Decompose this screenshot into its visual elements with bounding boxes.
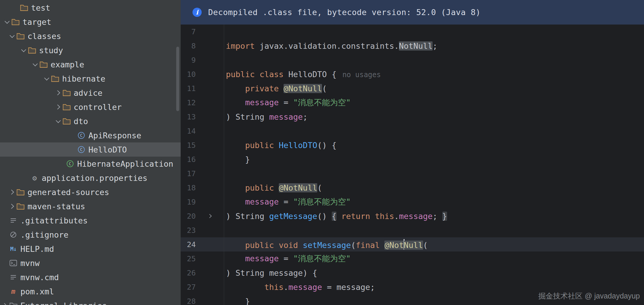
fold-marker[interactable] xyxy=(196,215,224,218)
code-line-13[interactable]: 13) String message; xyxy=(181,110,644,124)
chevron-down-icon[interactable] xyxy=(3,21,11,23)
code-line-17[interactable]: 17 xyxy=(181,166,644,181)
tree-item-study[interactable]: study xyxy=(0,43,181,57)
line-number: 16 xyxy=(181,155,196,164)
line-number: 7 xyxy=(181,27,196,36)
code-line-9[interactable]: 9 xyxy=(181,53,644,67)
folder-icon xyxy=(16,203,25,210)
tree-item-gitignore[interactable]: .gitignore xyxy=(0,228,181,242)
code-text: public @NotNull( xyxy=(224,183,322,192)
code-line-16[interactable]: 16 } xyxy=(181,152,644,166)
code-line-7[interactable]: 7 xyxy=(181,25,644,39)
chevron-down-icon[interactable] xyxy=(43,78,51,80)
code-line-15[interactable]: 15 public HelloDTO() { xyxy=(181,138,644,152)
folder-icon xyxy=(62,104,71,111)
tree-item-generated-sources[interactable]: generated-sources xyxy=(0,185,181,199)
code-area: 78import javax.validation.constraints.No… xyxy=(181,25,644,305)
code-line-19[interactable]: 19 message = "消息不能为空" xyxy=(181,195,644,209)
tree-item-label: example xyxy=(51,60,84,69)
line-number: 23 xyxy=(181,226,196,235)
tree-item-advice[interactable]: advice xyxy=(0,86,181,100)
tree-item-test[interactable]: test xyxy=(0,1,181,15)
gutter[interactable]: 20 xyxy=(181,209,224,223)
chevron-right-icon[interactable] xyxy=(8,190,16,194)
chevron-down-icon[interactable] xyxy=(8,35,16,37)
gutter[interactable]: 24 xyxy=(181,237,224,252)
tree-item-label: HelloDTO xyxy=(88,145,127,154)
fold-chevron-icon[interactable] xyxy=(208,215,213,218)
tree-item-mvnw[interactable]: mvnw xyxy=(0,256,181,270)
line-number: 13 xyxy=(181,113,196,121)
gutter[interactable]: 13 xyxy=(181,110,224,124)
class-icon: C xyxy=(77,131,86,139)
tree-item-label: mvnw.cmd xyxy=(20,273,59,282)
tree-item-maven-status[interactable]: maven-status xyxy=(0,199,181,213)
gutter[interactable]: 7 xyxy=(181,25,224,39)
code-line-14[interactable]: 14 xyxy=(181,124,644,138)
svg-text:C: C xyxy=(80,133,82,138)
tree-item-label: test xyxy=(31,3,50,12)
tree-item-dto[interactable]: dto xyxy=(0,114,181,128)
code-line-24[interactable]: 24 public void setMessage(final @NotNull… xyxy=(181,237,644,252)
tree-item-help-md[interactable]: M↓HELP.md xyxy=(0,242,181,256)
gutter[interactable]: 10 xyxy=(181,67,224,81)
chevron-right-icon[interactable] xyxy=(1,304,9,305)
line-number: 26 xyxy=(181,269,196,277)
tree-item-mvnw-cmd[interactable]: mvnw.cmd xyxy=(0,270,181,284)
code-line-18[interactable]: 18 public @NotNull( xyxy=(181,181,644,195)
gutter[interactable]: 23 xyxy=(181,223,224,237)
line-number: 9 xyxy=(181,56,196,64)
line-number: 12 xyxy=(181,98,196,107)
code-line-11[interactable]: 11 private @NotNull( xyxy=(181,81,644,95)
tree-item-target[interactable]: target xyxy=(0,15,181,29)
code-text: message = "消息不能为空" xyxy=(224,197,351,207)
chevron-down-icon[interactable] xyxy=(20,49,27,51)
tree-item-hellodto[interactable]: CHelloDTO xyxy=(0,142,181,157)
chevron-down-icon[interactable] xyxy=(31,64,39,66)
tree-item-gitattributes[interactable]: .gitattributes xyxy=(0,213,181,228)
line-number: 20 xyxy=(181,212,196,220)
gutter[interactable]: 17 xyxy=(181,166,224,181)
tree-item-example[interactable]: example xyxy=(0,57,181,72)
gutter[interactable]: 27 xyxy=(181,280,224,294)
gutter[interactable]: 11 xyxy=(181,81,224,95)
gutter[interactable]: 8 xyxy=(181,39,224,53)
line-number: 14 xyxy=(181,127,196,135)
tree-item-pom-xml[interactable]: mpom.xml xyxy=(0,284,181,298)
code-line-12[interactable]: 12 message = "消息不能为空" xyxy=(181,95,644,110)
gutter[interactable]: 18 xyxy=(181,181,224,195)
project-tree: testtargetclassesstudyexamplehibernatead… xyxy=(0,0,181,305)
gutter[interactable]: 26 xyxy=(181,266,224,280)
gutter[interactable]: 25 xyxy=(181,252,224,266)
banner-text: Decompiled .class file, bytecode version… xyxy=(208,8,481,17)
code-line-25[interactable]: 25 message = "消息不能为空" xyxy=(181,252,644,266)
tree-item-apiresponse[interactable]: CApiResponse xyxy=(0,128,181,142)
gutter[interactable]: 16 xyxy=(181,152,224,166)
gutter[interactable]: 12 xyxy=(181,95,224,110)
gutter[interactable]: 19 xyxy=(181,195,224,209)
code-line-10[interactable]: 10public class HelloDTO {no usages xyxy=(181,67,644,81)
code-line-26[interactable]: 26) String message) { xyxy=(181,266,644,280)
tree-scrollbar[interactable] xyxy=(176,47,179,111)
classmain-icon: C xyxy=(66,160,75,168)
chevron-right-icon[interactable] xyxy=(54,91,62,95)
code-line-23[interactable]: 23 xyxy=(181,223,644,237)
tree-item-hibernate[interactable]: hibernate xyxy=(0,72,181,86)
code-line-8[interactable]: 8import javax.validation.constraints.Not… xyxy=(181,39,644,53)
chevron-right-icon[interactable] xyxy=(8,205,16,208)
tree-item-classes[interactable]: classes xyxy=(0,29,181,43)
chevron-down-icon[interactable] xyxy=(54,120,62,122)
code-line-20[interactable]: 20) String getMessage() { return this.me… xyxy=(181,209,644,223)
gutter[interactable]: 14 xyxy=(181,124,224,138)
code-text: message = "消息不能为空" xyxy=(224,253,351,264)
code-text: ) String message; xyxy=(224,112,308,121)
gutter[interactable]: 15 xyxy=(181,138,224,152)
tree-item-application-properties[interactable]: ⚙application.properties xyxy=(0,171,181,185)
tree-item-label: .gitattributes xyxy=(20,216,88,225)
gutter[interactable]: 28 xyxy=(181,294,224,305)
gutter[interactable]: 9 xyxy=(181,53,224,67)
tree-item-external-libraries[interactable]: External Libraries xyxy=(0,298,181,305)
tree-item-controller[interactable]: controller xyxy=(0,100,181,114)
chevron-right-icon[interactable] xyxy=(54,105,62,109)
tree-item-hibernateapplication[interactable]: CHibernateApplication xyxy=(0,157,181,171)
